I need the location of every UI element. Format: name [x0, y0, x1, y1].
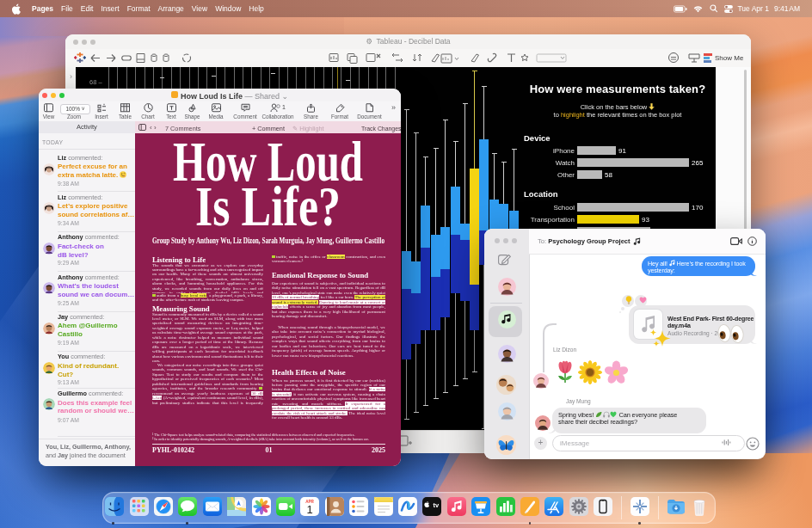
svg-text:1: 1: [307, 503, 313, 516]
svg-text:tv: tv: [434, 501, 440, 509]
